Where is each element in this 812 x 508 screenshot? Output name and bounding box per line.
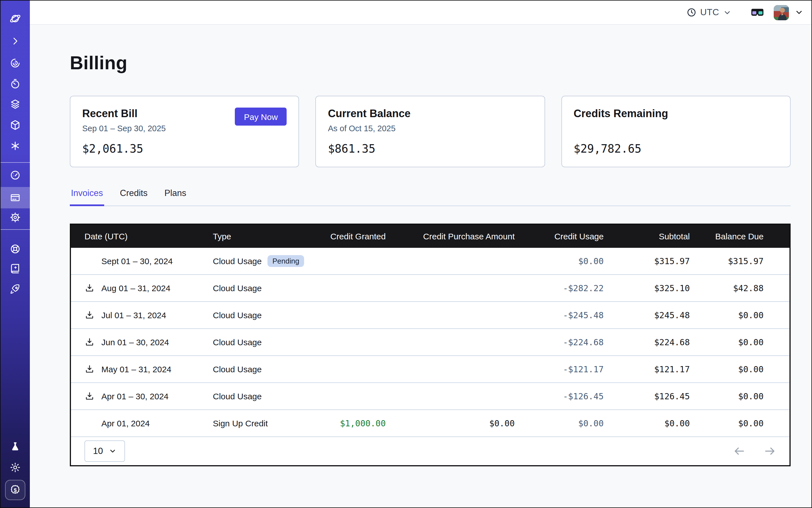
credit-usage-value: $0.00: [515, 418, 604, 428]
status-badge: Pending: [267, 255, 304, 267]
lifebuoy-icon[interactable]: [1, 239, 30, 259]
credits-remaining-amount: $29,782.65: [573, 142, 778, 156]
table-row[interactable]: Jun 01 – 30, 2024 Cloud Usage -$224.68 $…: [71, 329, 789, 356]
asterisk-icon[interactable]: [1, 136, 30, 156]
card-title: Recent Bill: [82, 108, 166, 120]
chevron-down-icon: [109, 447, 117, 455]
rocket-icon[interactable]: [1, 279, 30, 300]
download-invoice-icon[interactable]: [84, 337, 95, 347]
table-body: Sept 01 – 30, 2024 Cloud Usage Pending $…: [71, 248, 789, 437]
recent-bill-card: Recent Bill Sep 01 – Sep 30, 2025 Pay No…: [70, 96, 299, 167]
invoices-table: Date (UTC) Type Credit Granted Credit Pu…: [70, 223, 790, 466]
layers-icon[interactable]: [1, 94, 30, 114]
summary-cards: Recent Bill Sep 01 – Sep 30, 2025 Pay No…: [70, 96, 790, 167]
table-row[interactable]: Aug 01 – 31, 2024 Cloud Usage -$282.22 $…: [71, 275, 789, 302]
user-menu-chevron[interactable]: [795, 8, 804, 17]
invoice-date: Aug 01 – 31, 2024: [101, 283, 170, 293]
card-title: Credits Remaining: [573, 108, 668, 120]
col-credit-usage: Credit Usage: [515, 231, 604, 241]
billing-tabs: Invoices Credits Plans: [70, 186, 790, 206]
subtotal-value: $224.68: [604, 337, 690, 347]
invoice-date: Apr 01, 2024: [101, 418, 150, 428]
tab-invoices[interactable]: Invoices: [70, 186, 104, 206]
goggles-button[interactable]: [751, 8, 764, 17]
credit-usage-value: -$282.22: [515, 283, 604, 293]
invoice-date: Jul 01 – 31, 2024: [101, 310, 166, 320]
invoice-date: Jun 01 – 30, 2024: [101, 337, 169, 347]
billing-period: Sep 01 – Sep 30, 2025: [82, 124, 166, 133]
balance-due-value: $0.00: [690, 364, 764, 374]
sidebar-divider: [1, 162, 30, 163]
subtotal-value: $126.45: [604, 391, 690, 401]
table-header: Date (UTC) Type Credit Granted Credit Pu…: [71, 225, 789, 248]
book-sparkle-icon[interactable]: [1, 258, 30, 279]
sun-icon[interactable]: [1, 457, 30, 477]
timer-icon[interactable]: [1, 74, 30, 94]
download-invoice-icon[interactable]: [84, 391, 95, 401]
col-subtotal: Subtotal: [604, 231, 690, 241]
orbit-logo-icon[interactable]: [1, 8, 30, 29]
card-title: Current Balance: [328, 108, 411, 120]
goggles-icon: [751, 8, 764, 17]
clock-icon: [686, 7, 696, 17]
col-credit-granted: Credit Granted: [320, 231, 386, 241]
download-invoice-icon[interactable]: [84, 310, 95, 320]
main-content: Billing Recent Bill Sep 01 – Sep 30, 202…: [30, 25, 811, 507]
rewards-button[interactable]: $: [1, 480, 30, 500]
arrow-left-icon: [733, 445, 745, 457]
table-row[interactable]: Apr 01 – 30, 2024 Cloud Usage -$126.45 $…: [71, 383, 789, 410]
svg-text:$: $: [14, 487, 17, 493]
table-row[interactable]: Sept 01 – 30, 2024 Cloud Usage Pending $…: [71, 248, 789, 275]
tab-plans[interactable]: Plans: [163, 186, 187, 206]
flask-icon[interactable]: [1, 436, 30, 457]
table-row[interactable]: May 01 – 31, 2024 Cloud Usage -$121.17 $…: [71, 356, 789, 383]
subtotal-value: $121.17: [604, 364, 690, 374]
gear-icon[interactable]: [1, 207, 30, 227]
next-page-button[interactable]: [764, 445, 776, 457]
page-title: Billing: [70, 52, 811, 74]
recent-bill-amount: $2,061.35: [82, 142, 287, 156]
credit-purchase-value: $0.00: [386, 418, 515, 428]
tab-credits[interactable]: Credits: [119, 186, 149, 206]
table-row[interactable]: Jul 01 – 31, 2024 Cloud Usage -$245.48 $…: [71, 302, 789, 329]
balance-due-value: $0.00: [690, 391, 764, 401]
previous-page-button[interactable]: [733, 445, 745, 457]
current-balance-card: Current Balance As of Oct 15, 2025 $861.…: [315, 96, 545, 167]
download-invoice-icon[interactable]: [84, 364, 95, 374]
col-credit-purchase-amount: Credit Purchase Amount: [386, 231, 515, 241]
subtotal-value: $325.10: [604, 283, 690, 293]
sidebar-item-billing[interactable]: [1, 187, 30, 208]
invoice-date: May 01 – 31, 2024: [101, 365, 171, 374]
credit-usage-value: $0.00: [515, 256, 604, 266]
col-date: Date (UTC): [71, 231, 213, 241]
invoice-type: Cloud Usage: [213, 337, 262, 347]
page-size-select[interactable]: 10: [84, 440, 125, 462]
avatar[interactable]: [774, 5, 789, 20]
topbar: UTC: [30, 1, 811, 25]
cube-icon[interactable]: [1, 115, 30, 135]
balance-as-of: As of Oct 15, 2025: [328, 124, 411, 133]
table-row[interactable]: Apr 01, 2024 Sign Up Credit $1,000.00 $0…: [71, 410, 789, 437]
subtotal-value: $245.48: [604, 310, 690, 320]
radar-spiral-icon[interactable]: [1, 53, 30, 73]
sidebar: $: [1, 1, 30, 507]
col-type: Type: [213, 231, 320, 241]
credit-usage-value: -$121.17: [515, 364, 604, 374]
chevron-down-icon: [723, 8, 731, 16]
timezone-selector[interactable]: UTC: [686, 7, 731, 17]
invoice-date: Sept 01 – 30, 2024: [101, 256, 173, 266]
gauge-icon[interactable]: [1, 165, 30, 185]
download-invoice-icon[interactable]: [84, 283, 95, 293]
timezone-label: UTC: [700, 7, 719, 17]
pay-now-button[interactable]: Pay Now: [235, 108, 287, 126]
credit-usage-value: -$126.45: [515, 391, 604, 401]
balance-due-value: $0.00: [690, 310, 764, 320]
sidebar-divider: [1, 229, 30, 230]
credits-remaining-card: Credits Remaining $29,782.65: [561, 96, 790, 167]
subtotal-value: $315.97: [604, 256, 690, 266]
chevron-down-icon: [795, 8, 804, 17]
current-balance-amount: $861.35: [328, 142, 533, 156]
chevron-right-icon[interactable]: [1, 31, 30, 51]
dollar-seal-icon: $: [5, 480, 25, 500]
arrow-right-icon: [764, 445, 776, 457]
